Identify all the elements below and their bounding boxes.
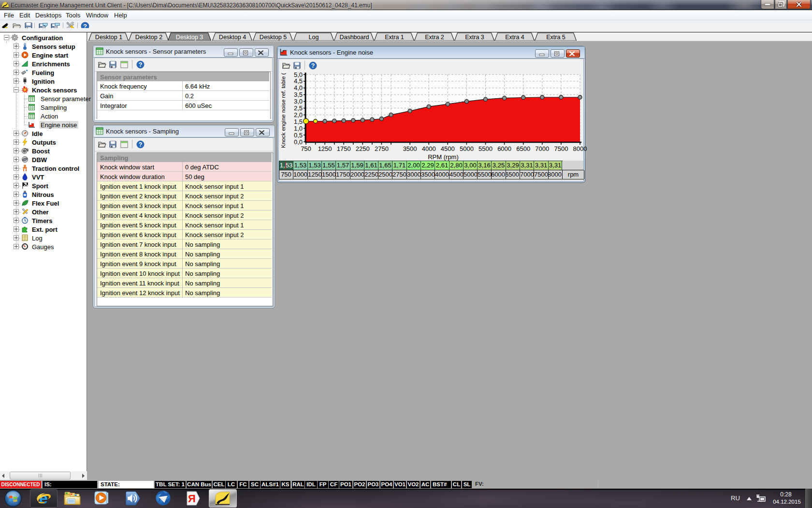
svg-text:1,0: 1,0 [294, 125, 303, 132]
svg-text:2,5: 2,5 [294, 105, 303, 112]
svg-text:Я: Я [188, 493, 196, 505]
svg-text:?: ? [139, 141, 143, 148]
svg-text:1750: 1750 [337, 145, 351, 152]
svg-text:1250: 1250 [318, 145, 332, 152]
svg-text:7000: 7000 [535, 145, 549, 152]
svg-text:Knock engine noise ref. table: Knock engine noise ref. table ( [280, 73, 286, 148]
svg-text:5,0: 5,0 [294, 71, 303, 78]
svg-text:3500: 3500 [403, 145, 417, 152]
svg-text:4,0: 4,0 [294, 84, 303, 91]
svg-text:2,0: 2,0 [294, 111, 303, 119]
svg-text:Extra 5: Extra 5 [546, 34, 566, 41]
svg-text:4000: 4000 [422, 145, 436, 152]
svg-text:Desktop 2: Desktop 2 [135, 34, 162, 41]
svg-text:e: e [39, 490, 48, 507]
svg-text:3,0: 3,0 [294, 98, 303, 105]
svg-text:1,5: 1,5 [294, 118, 303, 125]
svg-text:4,5: 4,5 [294, 77, 303, 85]
svg-text:Desktop 3: Desktop 3 [176, 34, 203, 41]
svg-text:Extra 4: Extra 4 [505, 34, 524, 41]
svg-text:Log: Log [309, 34, 319, 41]
svg-text:Extra 2: Extra 2 [425, 34, 444, 41]
svg-text:3,5: 3,5 [294, 91, 303, 98]
svg-text:2750: 2750 [375, 145, 389, 152]
svg-text:4500: 4500 [441, 145, 455, 152]
svg-text:0,0: 0,0 [294, 138, 303, 146]
svg-text:8000: 8000 [573, 145, 587, 152]
svg-text:Extra 3: Extra 3 [465, 34, 484, 41]
svg-text:7500: 7500 [554, 145, 568, 152]
svg-text:6500: 6500 [516, 145, 530, 152]
svg-text:?: ? [139, 61, 143, 68]
svg-text:Desktop 5: Desktop 5 [260, 34, 287, 41]
svg-text:Extra 1: Extra 1 [385, 34, 404, 41]
svg-text:RPM (rpm): RPM (rpm) [428, 153, 459, 161]
svg-text:750: 750 [301, 145, 311, 152]
svg-text:Dashboard: Dashboard [339, 34, 369, 41]
svg-text:0,5: 0,5 [294, 132, 303, 139]
svg-text:2250: 2250 [356, 145, 370, 152]
svg-text:5000: 5000 [460, 145, 474, 152]
svg-text:5500: 5500 [478, 145, 493, 152]
svg-text:6000: 6000 [497, 145, 511, 152]
svg-text:?: ? [311, 62, 315, 69]
svg-text:Desktop 1: Desktop 1 [95, 34, 122, 41]
svg-text:Desktop 4: Desktop 4 [219, 34, 246, 41]
